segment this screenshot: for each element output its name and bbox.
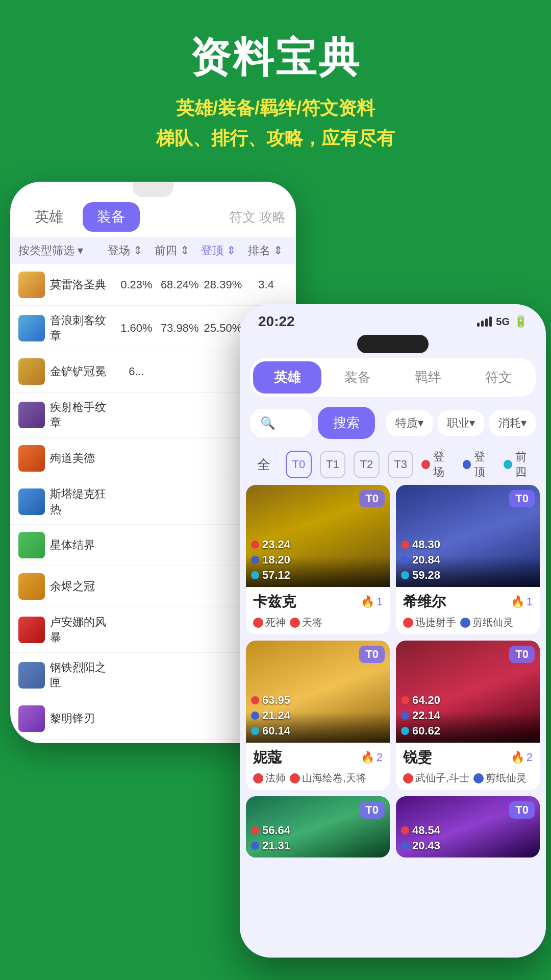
legend-area: 登场 登顶 前四: [421, 449, 536, 480]
tag-label: 迅捷射手: [415, 616, 456, 629]
nav-tab-hero[interactable]: 英雄: [253, 361, 321, 394]
tag-label: 山海绘卷,天将: [302, 771, 366, 785]
th-paiming[interactable]: 排名 ⇕: [243, 243, 288, 258]
stat-dot-red: [401, 696, 409, 704]
rank-icon: 🔥: [511, 595, 524, 608]
tier-t3-btn[interactable]: T3: [388, 451, 414, 478]
stat-value: 56.64: [262, 824, 290, 837]
stat-value: 48.54: [412, 824, 440, 837]
tier-all-btn[interactable]: 全: [250, 452, 278, 478]
hero-image-sivir: 48.30 20.84 59.28 T0: [396, 485, 540, 587]
filter-tag-job[interactable]: 职业▾: [438, 410, 484, 436]
hero-name: 锐雯: [403, 748, 432, 767]
foreground-phone: 20:22 5G 🔋 英雄 装备 羁绊 符文 🔍: [240, 304, 546, 958]
tab-hero[interactable]: 英雄: [20, 202, 78, 232]
tier-badge: T0: [359, 490, 385, 507]
status-time: 20:22: [258, 313, 295, 330]
hero-tags: 死神 天将: [253, 616, 383, 629]
hero-stat: 23.24: [251, 538, 290, 551]
hero-stat: 20.43: [401, 839, 440, 852]
nav-tab-jiebang[interactable]: 羁绊: [394, 361, 462, 394]
hero-card-kazik[interactable]: 23.24 18.20 57.12 T0: [246, 485, 390, 634]
hero-info: 希维尔 🔥 1 迅捷射手 剪纸仙灵: [396, 587, 540, 634]
row-icon: [18, 532, 45, 558]
row-name: 余烬之冠: [50, 579, 115, 594]
row-name: 莫雷洛圣典: [50, 277, 115, 292]
stat-value: 48.30: [412, 538, 440, 551]
row-name: 星体结界: [50, 537, 115, 553]
tier-t1-btn[interactable]: T1: [320, 451, 346, 478]
row-icon: [18, 488, 45, 515]
th-dengding[interactable]: 登顶 ⇕: [196, 243, 241, 258]
hero-card-hero5[interactable]: 56.64 21.31 T0: [246, 796, 390, 857]
hero-tag: 山海绘卷,天将: [290, 771, 366, 785]
stat-value: 20.84: [412, 553, 440, 567]
filter-tags: 特质▾ 职业▾ 消耗▾: [386, 410, 536, 436]
hero-name-row: 希维尔 🔥 1: [403, 592, 533, 611]
tag-label: 天将: [302, 616, 322, 629]
rank-value: 1: [377, 595, 383, 608]
nav-tab-fuwen[interactable]: 符文: [464, 361, 533, 394]
search-icon: 🔍: [260, 416, 276, 430]
rank-icon: 🔥: [361, 595, 374, 608]
row-icon: [18, 402, 45, 428]
tag-icon: [290, 618, 300, 628]
hero-image-nami: 63.95 21.24 60.14 T0: [246, 641, 390, 743]
hero-tags: 迅捷射手 剪纸仙灵: [403, 616, 533, 629]
th-qiansi[interactable]: 前四 ⇕: [149, 243, 194, 258]
row-icon: [18, 617, 45, 643]
row-name: 金铲铲冠冕: [50, 364, 115, 379]
hero-card-ruixue[interactable]: 64.20 22.14 60.62 T0: [396, 641, 540, 790]
stat-dot-cyan: [251, 571, 259, 579]
rank-icon: 🔥: [361, 751, 374, 764]
hero-stat: 22.14: [401, 709, 440, 722]
stat-value: 60.62: [412, 724, 440, 738]
subtitle2: 梯队、排行、攻略，应有尽有: [20, 126, 531, 151]
nav-tab-equipment[interactable]: 装备: [323, 361, 392, 394]
tier-t0-btn[interactable]: T0: [286, 451, 312, 478]
legend-dot-blue: [463, 460, 471, 469]
hero-card-nami[interactable]: 63.95 21.24 60.14 T0: [246, 641, 390, 790]
tag-icon: [403, 773, 413, 783]
header: 资料宝典 英雄/装备/羁绊/符文资料 梯队、排行、攻略，应有尽有: [0, 0, 551, 172]
row-name: 黎明锋刃: [50, 711, 115, 726]
dynamic-island: [357, 335, 429, 353]
filter-tag-trait[interactable]: 特质▾: [386, 410, 433, 436]
row-icon: [18, 358, 45, 385]
row-qiansi: 68.24%: [158, 278, 202, 291]
hero-name: 卡兹克: [253, 592, 296, 611]
tier-t2-btn[interactable]: T2: [354, 451, 380, 478]
hero-card-hero6[interactable]: 48.54 20.43 T0: [396, 796, 540, 857]
row-name: 钢铁烈阳之匣: [50, 660, 115, 691]
tier-badge: T0: [509, 646, 535, 663]
row-dengchang: 6...: [115, 365, 158, 378]
hero-stats-overlay: 64.20 22.14 60.62: [401, 694, 440, 738]
tier-row: 全 T0 T1 T2 T3 登场 登顶 前四: [240, 444, 546, 485]
stat-dot-blue: [401, 712, 409, 720]
battery-icon: 🔋: [514, 315, 528, 328]
stat-value: 63.95: [262, 694, 290, 707]
search-row: 🔍 搜索 特质▾ 职业▾ 消耗▾: [240, 402, 546, 444]
hero-info: 卡兹克 🔥 1 死神 天将: [246, 587, 390, 634]
hero-stat: 60.62: [401, 724, 440, 738]
hero-stats-overlay: 48.30 20.84 59.28: [401, 538, 440, 582]
row-dengchang: 0.23%: [115, 278, 158, 291]
row-dengchang: 1.60%: [115, 322, 158, 335]
hero-stats-overlay: 48.54 20.43: [401, 824, 440, 852]
tab-equipment[interactable]: 装备: [83, 202, 140, 232]
rank-icon: 🔥: [511, 751, 524, 764]
stat-dot-blue: [251, 842, 259, 850]
search-box[interactable]: 🔍: [250, 409, 312, 437]
subtitle1: 英雄/装备/羁绊/符文资料: [20, 96, 531, 121]
tag-icon: [460, 618, 470, 628]
rank-value: 2: [377, 751, 383, 764]
legend-dengchang-label: 登场: [433, 449, 454, 480]
search-button[interactable]: 搜索: [318, 407, 375, 439]
stat-value: 20.43: [412, 839, 440, 852]
hero-stat: 48.54: [401, 824, 440, 837]
hero-card-sivir[interactable]: 48.30 20.84 59.28 T0: [396, 485, 540, 634]
filter-tag-consume[interactable]: 消耗▾: [489, 410, 536, 436]
th-filter[interactable]: 按类型筛选 ▾: [18, 243, 101, 258]
status-icons: 5G 🔋: [477, 315, 528, 328]
th-dengchang[interactable]: 登场 ⇕: [103, 243, 147, 258]
